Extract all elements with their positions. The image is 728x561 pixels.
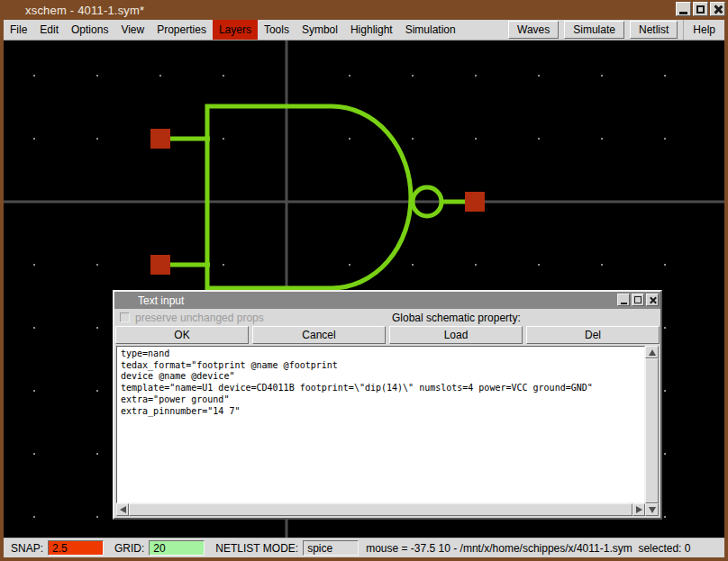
arrow-right-icon [636,506,642,513]
dialog-title: Text input [138,294,184,307]
minimize-icon [621,303,627,304]
scroll-up-button[interactable] [645,346,659,358]
minimize-button[interactable] [676,2,691,16]
close-icon [713,5,723,14]
input-a-pin[interactable] [150,129,170,149]
minimize-icon [679,12,687,14]
snap-input[interactable]: 2.5 [48,540,104,556]
vertical-scrollbar[interactable] [645,346,659,516]
menu-options[interactable]: Options [65,20,114,40]
del-button[interactable]: Del [526,326,660,344]
property-text: type=nand tedax_format="footprint @name … [121,348,644,417]
maximize-icon [696,5,705,14]
dialog-titlebar[interactable]: Text input [114,292,660,309]
grid-label: GRID: [114,542,144,555]
menu-highlight[interactable]: Highlight [344,20,399,40]
scroll-down-button[interactable] [645,503,659,516]
window-title: xschem - 4011-1.sym* [25,4,144,17]
close-button[interactable] [710,2,725,16]
dialog-header-row: preserve unchanged props Global schemati… [114,309,660,326]
menu-symbol[interactable]: Symbol [296,20,344,40]
output-pin[interactable] [465,192,485,212]
load-button[interactable]: Load [389,326,523,344]
menu-file[interactable]: File [4,20,33,40]
arrow-left-icon [120,506,126,513]
netlist-mode-input[interactable]: spice [303,540,359,556]
menu-view[interactable]: View [114,20,150,40]
dialog-window-controls [617,294,659,306]
menu-help[interactable]: Help [683,20,724,40]
scroll-right-button[interactable] [632,503,645,516]
close-icon [649,296,657,304]
global-property-label: Global schematic property: [392,312,521,324]
statusbar: SNAP: 2.5 GRID: 20 NETLIST MODE: spice m… [4,538,724,557]
property-textarea[interactable]: type=nand tedax_format="footprint @name … [116,346,645,503]
menubar: File Edit Options View Properties Layers… [4,20,724,41]
vertical-scrollbar-thumb[interactable] [645,358,659,503]
grid-input[interactable]: 20 [149,540,205,556]
cancel-button[interactable]: Cancel [252,326,386,344]
arrow-up-icon [649,349,656,356]
menu-layers[interactable]: Layers [213,20,258,40]
preserve-props-label: preserve unchanged props [135,312,264,324]
dialog-body: type=nand tedax_format="footprint @name … [116,346,659,516]
netlist-mode-label: NETLIST MODE: [215,542,298,555]
maximize-icon [634,296,642,303]
menu-edit[interactable]: Edit [33,20,65,40]
window-titlebar[interactable]: xschem - 4011-1.sym* [0,0,728,20]
menu-tools[interactable]: Tools [258,20,296,40]
dialog-buttons-row: OK Cancel Load Del [114,326,660,344]
mouse-status-text: mouse = -37.5 10 - /mnt/x/home/schippes/… [366,542,690,555]
xschem-window: xschem - 4011-1.sym* File Edit Options V… [0,0,728,561]
dialog-maximize-button[interactable] [632,294,644,306]
snap-label: SNAP: [11,542,43,555]
waves-button[interactable]: Waves [508,21,559,39]
arrow-down-icon [649,507,656,513]
netlist-button[interactable]: Netlist [630,21,678,39]
maximize-button[interactable] [693,2,708,16]
simulate-button[interactable]: Simulate [564,21,624,39]
window-controls [676,2,725,16]
input-b-pin[interactable] [150,255,170,275]
horizontal-scrollbar-thumb[interactable] [129,503,632,516]
horizontal-scrollbar[interactable] [116,503,645,516]
scroll-left-button[interactable] [116,503,129,516]
dialog-close-button[interactable] [646,294,659,306]
dialog-minimize-button[interactable] [617,294,630,306]
menu-simulation[interactable]: Simulation [399,20,462,40]
menu-properties[interactable]: Properties [150,20,213,40]
text-input-dialog: Text input preserve unchanged props Glob… [113,290,662,520]
preserve-props-checkbox[interactable] [120,312,130,322]
ok-button[interactable]: OK [115,326,249,344]
